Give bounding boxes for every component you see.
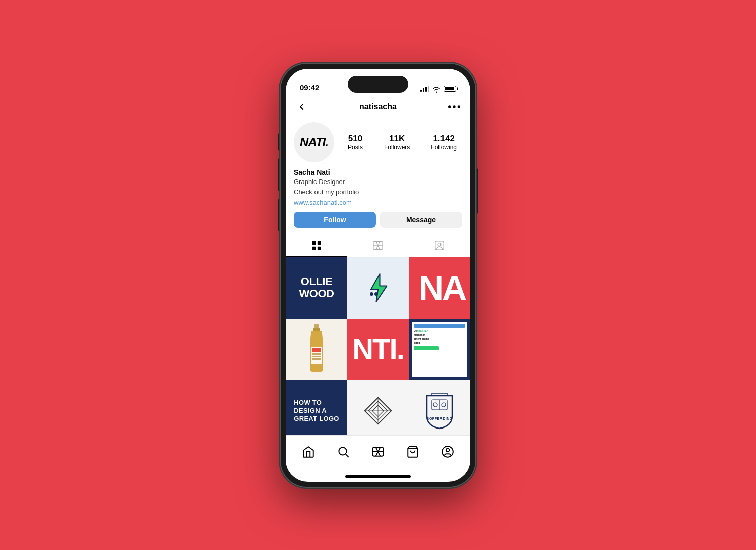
svg-rect-6 xyxy=(318,247,321,250)
svg-text:BOFFERDING: BOFFERDING xyxy=(426,417,452,420)
svg-point-30 xyxy=(339,447,346,455)
bofferding-logo-icon: BOFFERDING xyxy=(419,391,460,431)
nav-search[interactable] xyxy=(332,441,354,463)
stat-followers: 11K Followers xyxy=(384,134,410,151)
grid-cell-stitch[interactable]: STITCH xyxy=(347,380,409,435)
howto-text: HOW TODESIGN AGREAT LOGO xyxy=(294,399,339,422)
svg-point-33 xyxy=(446,449,450,452)
svg-point-28 xyxy=(442,403,446,407)
avatar-text: NATI. xyxy=(300,135,328,149)
phone-device: 09:42 xyxy=(280,63,476,488)
stat-following: 1.142 Following xyxy=(431,134,457,151)
profile-title: Graphic Designer xyxy=(294,177,462,187)
stat-following-value: 1.142 xyxy=(431,134,457,144)
nav-reels[interactable] xyxy=(367,441,389,463)
svg-point-0 xyxy=(448,105,451,108)
status-icons xyxy=(420,86,456,92)
header-nav: natisacha xyxy=(286,96,470,118)
website-header xyxy=(414,324,465,328)
website-subtitle-text: Marken in xyxy=(414,333,465,336)
grid-cell-lightning[interactable] xyxy=(347,257,409,319)
nav-home[interactable] xyxy=(297,441,320,463)
nati-text: NTI. xyxy=(352,332,404,366)
grid-cell-na[interactable]: NA xyxy=(409,257,470,319)
phone-screen: 09:42 xyxy=(286,69,470,482)
stat-posts-label: Posts xyxy=(348,144,363,151)
stat-posts: 510 Posts xyxy=(348,134,363,151)
profile-name: Sacha Nati xyxy=(294,168,462,176)
grid-cell-olliewood[interactable]: OLLIEWOOD xyxy=(286,257,347,319)
svg-rect-17 xyxy=(312,356,321,357)
stitch-logo-icon: STITCH xyxy=(363,396,393,426)
svg-point-10 xyxy=(370,292,373,296)
tab-bar xyxy=(286,234,470,257)
olliewood-text: OLLIEWOOD xyxy=(299,276,334,300)
profile-top: NATI. 510 Posts 11K Followers 1.142 Foll… xyxy=(294,122,462,162)
website-mockup: Die BESTEN Marken in einem online Shop xyxy=(412,322,467,377)
tab-reels[interactable] xyxy=(347,234,409,257)
svg-rect-16 xyxy=(312,353,321,355)
home-indicator xyxy=(345,475,411,478)
svg-rect-15 xyxy=(312,348,321,352)
stat-followers-value: 11K xyxy=(384,134,410,144)
grid-cell-bofferding[interactable]: BOFFERDING xyxy=(409,380,470,435)
signal-icon xyxy=(420,86,429,92)
more-button[interactable] xyxy=(446,99,462,115)
battery-icon xyxy=(444,86,456,92)
svg-rect-18 xyxy=(312,358,321,360)
grid-cell-beer[interactable] xyxy=(286,319,347,380)
profile-link[interactable]: www.sachanati.com xyxy=(294,199,352,206)
grid-row-2: NTI. Die BESTEN Marken in einem online S… xyxy=(286,319,470,380)
svg-point-27 xyxy=(433,403,437,407)
svg-rect-13 xyxy=(313,328,320,331)
website-cta-button xyxy=(414,346,439,350)
grid-container: OLLIEWOOD NA xyxy=(286,257,470,435)
svg-rect-4 xyxy=(318,241,321,245)
avatar: NATI. xyxy=(294,122,334,162)
stats-row: 510 Posts 11K Followers 1.142 Following xyxy=(342,134,462,151)
status-time: 09:42 xyxy=(300,83,319,92)
action-buttons: Follow Message xyxy=(294,212,462,228)
svg-point-2 xyxy=(458,105,460,108)
lightning-icon xyxy=(360,270,396,305)
grid-cell-website[interactable]: Die BESTEN Marken in einem online Shop xyxy=(409,319,470,380)
message-button[interactable]: Message xyxy=(380,212,462,228)
svg-rect-12 xyxy=(314,324,319,328)
na-text: NA xyxy=(419,268,465,308)
website-title-text: Die BESTEN xyxy=(414,329,465,332)
nav-profile[interactable] xyxy=(436,441,459,463)
svg-point-11 xyxy=(374,292,378,296)
follow-button[interactable]: Follow xyxy=(294,212,376,228)
svg-point-9 xyxy=(438,243,441,246)
stat-posts-value: 510 xyxy=(348,134,363,144)
tab-grid[interactable] xyxy=(286,234,347,257)
stat-following-label: Following xyxy=(431,144,457,151)
grid-cell-howto[interactable]: HOW TODESIGN AGREAT LOGO xyxy=(286,380,347,435)
header-username: natisacha xyxy=(359,102,397,111)
website-body-text: einem online xyxy=(414,337,465,340)
back-button[interactable] xyxy=(294,99,310,115)
beer-bottle-icon xyxy=(304,322,329,377)
grid-cell-nati[interactable]: NTI. xyxy=(347,319,409,380)
svg-rect-3 xyxy=(312,241,316,245)
wifi-icon xyxy=(432,86,440,92)
svg-rect-5 xyxy=(312,247,316,250)
svg-point-1 xyxy=(453,105,455,108)
nav-shop[interactable] xyxy=(402,441,424,463)
grid-row-3: HOW TODESIGN AGREAT LOGO STITCH xyxy=(286,380,470,435)
profile-section: NATI. 510 Posts 11K Followers 1.142 Foll… xyxy=(286,118,470,234)
stat-followers-label: Followers xyxy=(384,144,410,151)
grid-row-1: OLLIEWOOD NA xyxy=(286,257,470,319)
website-shop-text: Shop xyxy=(414,341,465,344)
profile-bio: Check out my portfolio xyxy=(294,188,462,197)
bottom-nav xyxy=(286,435,470,475)
dynamic-island xyxy=(348,76,408,93)
tab-tagged[interactable] xyxy=(409,234,470,257)
